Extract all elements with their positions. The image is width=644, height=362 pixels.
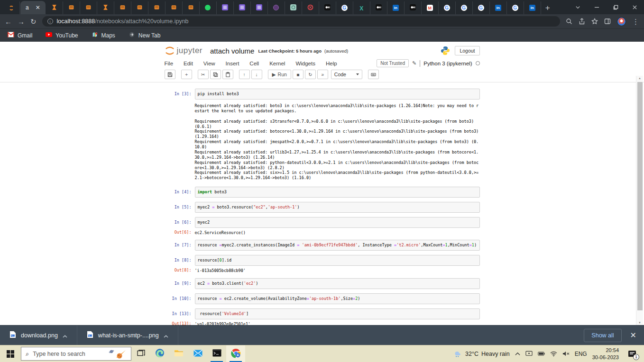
back-button[interactable]: ←	[5, 18, 12, 25]
bookmark-star-icon[interactable]	[591, 18, 598, 25]
code-input-area[interactable]: resource = ec2.create_volume(Availabilit…	[195, 293, 480, 304]
menu-file[interactable]: File	[165, 61, 174, 66]
weather-widget[interactable]: 32°C Heavy rain	[453, 350, 510, 358]
minimize-button[interactable]	[587, 0, 606, 14]
menu-kernel[interactable]: Kernel	[269, 61, 285, 66]
save-button[interactable]	[165, 70, 175, 79]
close-downloads-icon[interactable]: ✕	[630, 331, 636, 340]
move-cell-up-button[interactable]: ↑	[239, 70, 250, 79]
pinned-tab-spiral-teal[interactable]	[285, 1, 302, 14]
pinned-tab-linkedin[interactable]: in	[490, 1, 507, 14]
forward-button[interactable]: →	[18, 18, 25, 25]
command-palette-button[interactable]	[368, 70, 379, 79]
bookmark-new-tab[interactable]: New Tab	[129, 32, 160, 39]
download-item[interactable]: what-is-an-smtp-....png	[77, 326, 178, 345]
clock-widget[interactable]: 20:54 30-06-2023	[592, 347, 619, 361]
new-tab-button[interactable]: +	[541, 1, 554, 14]
start-button[interactable]	[0, 345, 21, 362]
copy-cell-button[interactable]	[210, 70, 221, 79]
pinned-tab-jupyter[interactable]	[3, 1, 20, 14]
notebook-title[interactable]: attach volume	[210, 47, 254, 55]
pinned-tab-book[interactable]	[148, 1, 166, 14]
language-indicator[interactable]: ENG	[575, 351, 587, 357]
pinned-tab-linkedin[interactable]: in	[387, 1, 405, 14]
pinned-tab-google[interactable]: G	[439, 1, 456, 14]
battery-icon[interactable]	[538, 351, 545, 357]
notebook-cell[interactable]: In [7]:resource =myec2.create_instances(…	[165, 240, 480, 251]
maximize-button[interactable]	[606, 0, 625, 14]
notebook-scrollbar[interactable]: ▲ ▼	[636, 76, 643, 325]
pinned-tab-google[interactable]: G	[456, 1, 473, 14]
kernel-name[interactable]: Python 3 (ipykernel)	[423, 61, 472, 66]
taskbar-app-mail[interactable]	[188, 345, 207, 362]
notification-center-button[interactable]: 1	[624, 345, 640, 362]
download-item[interactable]: download.png	[0, 326, 77, 345]
pinned-tab-google[interactable]: G	[507, 1, 524, 14]
pinned-tab-book[interactable]	[166, 1, 183, 14]
code-input-area[interactable]: myec2 = boto3.resource("ec2",'ap-south-1…	[195, 202, 480, 213]
menu-widgets[interactable]: Widgets	[295, 61, 315, 66]
notebook-cell[interactable]: In [6]:myec2Out[6]:ec2.ServiceResource()	[165, 217, 480, 235]
code-input-area[interactable]: ec2 = boto3.client('ec2')	[195, 278, 480, 289]
bookmark-youtube[interactable]: YouTube	[46, 32, 78, 39]
logout-button[interactable]: Logout	[455, 46, 479, 55]
pinned-tab-book[interactable]	[131, 1, 148, 14]
menu-view[interactable]: View	[203, 61, 215, 66]
taskbar-app-chrome[interactable]	[226, 345, 245, 362]
notebook-cell[interactable]: In [10]:resource = ec2.create_volume(Ava…	[165, 293, 480, 304]
pinned-tab-book[interactable]	[63, 1, 80, 14]
menu-help[interactable]: Help	[326, 61, 337, 66]
code-input-area[interactable]: myec2	[195, 217, 480, 228]
notebook-cell[interactable]: In [3]:pip install boto3Requirement alre…	[165, 89, 480, 182]
menu-insert[interactable]: Insert	[226, 61, 239, 66]
profile-avatar[interactable]	[617, 17, 626, 26]
code-input-area[interactable]: resource['VolumeId']	[195, 308, 480, 319]
taskbar-search-box[interactable]: ⌕ Type here to search	[21, 347, 131, 361]
notebook-cell[interactable]: In [13]: resource['VolumeId']Out[13]:'vo…	[165, 308, 480, 325]
pinned-tab-medium[interactable]	[319, 1, 336, 14]
share-icon[interactable]	[579, 18, 585, 25]
wifi-icon[interactable]	[550, 351, 557, 357]
scroll-down-icon[interactable]: ▼	[636, 321, 643, 324]
bookmark-gmail[interactable]: Gmail	[8, 32, 32, 39]
browser-menu-icon[interactable]: ⋮	[632, 18, 639, 25]
address-bar[interactable]: i localhost:8888/notebooks/attach%20volu…	[42, 16, 560, 27]
notebook-cell[interactable]: In [5]:myec2 = boto3.resource("ec2",'ap-…	[165, 202, 480, 213]
show-all-downloads-button[interactable]: Show all	[584, 329, 621, 342]
code-input-area[interactable]: import boto3	[195, 187, 480, 198]
taskbar-app-file-explorer[interactable]	[169, 345, 188, 362]
pinned-tab-book[interactable]	[183, 1, 200, 14]
pinned-tab-hourglass[interactable]	[97, 1, 114, 14]
run-button[interactable]: ▶Run	[268, 70, 291, 79]
display-cast-icon[interactable]	[525, 351, 533, 357]
pinned-tab-target-red[interactable]	[302, 1, 319, 14]
chevron-up-icon[interactable]	[63, 331, 67, 340]
notebook-cell[interactable]: In [9]:ec2 = boto3.client('ec2')	[165, 278, 480, 289]
pinned-tab-list-purple[interactable]	[234, 1, 251, 14]
reload-button[interactable]: ↻	[30, 18, 37, 25]
pinned-tab-book[interactable]	[114, 1, 131, 14]
scrollbar-thumb[interactable]	[637, 82, 643, 310]
volume-muted-icon[interactable]	[562, 351, 570, 357]
pinned-tab-gmail[interactable]: M	[422, 1, 439, 14]
restart-kernel-button[interactable]: ↻	[305, 70, 316, 79]
pinned-tab-list-purple[interactable]	[251, 1, 268, 14]
pinned-tab-google[interactable]: G	[473, 1, 490, 14]
pinned-tab-linkedin[interactable]: in	[524, 1, 541, 14]
pinned-tab-x-teal[interactable]: X	[353, 1, 370, 14]
move-cell-down-button[interactable]: ↓	[251, 70, 262, 79]
tab-search-chevron-icon[interactable]	[568, 0, 587, 14]
menu-edit[interactable]: Edit	[184, 61, 193, 66]
scroll-up-icon[interactable]: ▲	[636, 77, 643, 80]
active-tab[interactable]: a ✕	[20, 1, 46, 14]
pinned-tab-list-purple[interactable]	[217, 1, 234, 14]
pinned-tab-medium[interactable]	[370, 1, 387, 14]
pinned-tab-google[interactable]: G	[336, 1, 353, 14]
notebook-cell[interactable]: In [4]:import boto3	[165, 187, 480, 198]
site-info-icon[interactable]: i	[47, 18, 53, 24]
zoom-icon[interactable]	[566, 18, 572, 25]
code-input-area[interactable]: pip install boto3	[195, 89, 480, 100]
code-input-area[interactable]: resource[0].id	[195, 255, 480, 266]
paste-cell-button[interactable]	[222, 70, 233, 79]
restart-run-all-button[interactable]: »	[317, 70, 328, 79]
